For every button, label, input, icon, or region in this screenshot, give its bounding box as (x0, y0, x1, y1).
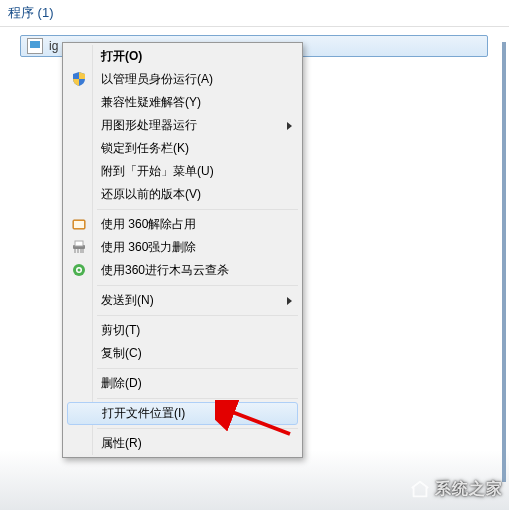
menu-separator (97, 315, 298, 316)
context-menu: 打开(O) 以管理员身份运行(A) 兼容性疑难解答(Y) 用图形处理器运行 锁定… (62, 42, 303, 458)
svg-rect-1 (74, 221, 84, 228)
menu-send-to[interactable]: 发送到(N) (65, 289, 300, 312)
shredder-icon (71, 239, 87, 255)
menu-label: 使用360进行木马云查杀 (101, 263, 229, 277)
program-name: ig (49, 39, 58, 53)
submenu-arrow-icon (287, 297, 292, 305)
menu-label: 打开文件位置(I) (102, 406, 185, 420)
menu-label: 还原以前的版本(V) (101, 187, 201, 201)
menu-360-force-delete[interactable]: 使用 360强力删除 (65, 236, 300, 259)
menu-open[interactable]: 打开(O) (65, 45, 300, 68)
menu-label: 锁定到任务栏(K) (101, 141, 189, 155)
watermark-text: 系统之家 (435, 479, 503, 500)
menu-run-as-admin[interactable]: 以管理员身份运行(A) (65, 68, 300, 91)
menu-label: 兼容性疑难解答(Y) (101, 95, 201, 109)
unlock-icon (71, 216, 87, 232)
house-icon (409, 478, 431, 500)
watermark: 系统之家 (409, 478, 503, 500)
svg-rect-3 (75, 241, 83, 246)
submenu-arrow-icon (287, 122, 292, 130)
menu-separator (97, 209, 298, 210)
menu-label: 使用 360强力删除 (101, 240, 196, 254)
menu-restore-versions[interactable]: 还原以前的版本(V) (65, 183, 300, 206)
menu-pin-start[interactable]: 附到「开始」菜单(U) (65, 160, 300, 183)
menu-pin-taskbar[interactable]: 锁定到任务栏(K) (65, 137, 300, 160)
divider (0, 26, 509, 27)
menu-label: 用图形处理器运行 (101, 118, 197, 132)
menu-label: 删除(D) (101, 376, 142, 390)
menu-open-file-location[interactable]: 打开文件位置(I) (67, 402, 298, 425)
menu-label: 打开(O) (101, 49, 142, 63)
menu-label: 附到「开始」菜单(U) (101, 164, 214, 178)
menu-label: 以管理员身份运行(A) (101, 72, 213, 86)
scan-icon (71, 262, 87, 278)
menu-label: 属性(R) (101, 436, 142, 450)
program-icon (27, 38, 43, 54)
menu-360-unlock[interactable]: 使用 360解除占用 (65, 213, 300, 236)
menu-cut[interactable]: 剪切(T) (65, 319, 300, 342)
section-title: 程序 (1) (8, 5, 54, 20)
menu-label: 发送到(N) (101, 293, 154, 307)
menu-separator (97, 428, 298, 429)
menu-troubleshoot[interactable]: 兼容性疑难解答(Y) (65, 91, 300, 114)
menu-run-with-gpu[interactable]: 用图形处理器运行 (65, 114, 300, 137)
menu-delete[interactable]: 删除(D) (65, 372, 300, 395)
menu-properties[interactable]: 属性(R) (65, 432, 300, 455)
menu-separator (97, 285, 298, 286)
menu-360-scan[interactable]: 使用360进行木马云查杀 (65, 259, 300, 282)
svg-point-10 (78, 269, 81, 272)
section-header: 程序 (1) (0, 0, 509, 24)
menu-separator (97, 368, 298, 369)
menu-label: 使用 360解除占用 (101, 217, 196, 231)
window-edge (502, 42, 506, 482)
shield-icon (71, 71, 87, 87)
menu-label: 剪切(T) (101, 323, 140, 337)
menu-separator (97, 398, 298, 399)
menu-label: 复制(C) (101, 346, 142, 360)
menu-copy[interactable]: 复制(C) (65, 342, 300, 365)
